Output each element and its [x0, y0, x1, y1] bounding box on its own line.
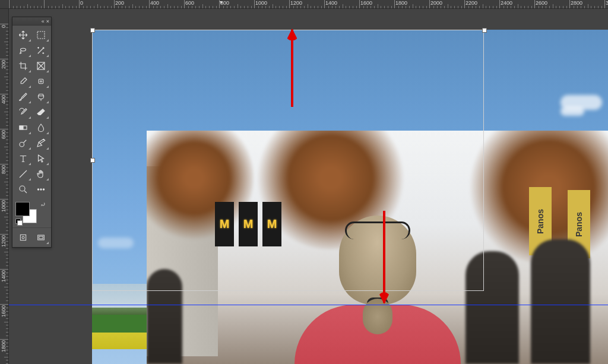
- cloud-shape: [560, 107, 584, 116]
- change-screen-mode-button[interactable]: [32, 230, 50, 245]
- type-tool[interactable]: [14, 151, 32, 166]
- canvas-area[interactable]: M M M Panos Panos: [9, 9, 608, 364]
- dodge-tool[interactable]: [14, 135, 32, 151]
- ruler-horizontal[interactable]: ▾ 02004006008001000120014001600180020002…: [9, 0, 608, 9]
- transform-handle-top-left[interactable]: [90, 28, 95, 33]
- toolbox-header[interactable]: « ×: [12, 17, 51, 26]
- svg-point-5: [20, 143, 24, 147]
- ruler-vertical[interactable]: 0200400600800100012001400160018002000: [0, 9, 9, 364]
- eraser-tool[interactable]: [32, 105, 50, 120]
- annotation-arrow-down-icon: [383, 211, 385, 303]
- line-tool[interactable]: [14, 166, 32, 182]
- pedestrian-shape: [531, 239, 590, 364]
- svg-point-7: [37, 189, 39, 190]
- guide-horizontal[interactable]: [9, 305, 608, 305]
- hand-tool[interactable]: [32, 166, 50, 182]
- annotation-arrow-up-icon: [291, 30, 293, 107]
- svg-point-6: [20, 186, 25, 191]
- svg-rect-10: [20, 235, 26, 240]
- move-tool[interactable]: [14, 27, 32, 43]
- edit-toolbar-button[interactable]: [32, 182, 50, 197]
- transform-handle-middle-left[interactable]: [90, 158, 95, 163]
- swap-colors-icon[interactable]: ⤾: [40, 201, 46, 208]
- layer-landscape-strip: [92, 284, 147, 349]
- clone-stamp-tool[interactable]: [32, 89, 50, 105]
- color-swatches: ⤾: [14, 201, 49, 226]
- gradient-tool[interactable]: [14, 120, 32, 135]
- svg-rect-13: [39, 236, 43, 239]
- path-selection-tool[interactable]: [32, 151, 50, 166]
- panel-collapse-icon[interactable]: «: [42, 18, 45, 24]
- transform-handle-top-middle[interactable]: [482, 28, 487, 33]
- svg-rect-4: [20, 126, 23, 129]
- brush-tool[interactable]: [14, 89, 32, 105]
- foreground-color-swatch[interactable]: [15, 202, 30, 216]
- ruler-origin[interactable]: [0, 0, 9, 9]
- lasso-tool[interactable]: [14, 43, 32, 58]
- healing-brush-tool[interactable]: [32, 74, 50, 89]
- svg-rect-0: [37, 31, 45, 39]
- pen-tool[interactable]: [32, 135, 50, 151]
- svg-point-8: [40, 189, 42, 190]
- magic-wand-tool[interactable]: [32, 43, 50, 58]
- standard-mode-button[interactable]: [14, 230, 32, 245]
- crop-tool[interactable]: [14, 58, 32, 74]
- eyedropper-tool[interactable]: [14, 74, 32, 89]
- blur-tool[interactable]: [32, 120, 50, 135]
- toolbox-panel[interactable]: « × ⤾: [12, 17, 52, 248]
- marquee-tool[interactable]: [32, 27, 50, 43]
- transform-bounding-box[interactable]: [92, 30, 484, 291]
- default-colors-icon[interactable]: [15, 219, 21, 224]
- panel-close-icon[interactable]: ×: [46, 18, 49, 24]
- zoom-tool[interactable]: [14, 182, 32, 197]
- screen-mode-row: [12, 227, 51, 247]
- svg-point-11: [22, 236, 24, 239]
- history-brush-tool[interactable]: [14, 105, 32, 120]
- frame-tool[interactable]: [32, 58, 50, 74]
- tools-grid: [12, 26, 51, 199]
- svg-point-9: [43, 189, 44, 190]
